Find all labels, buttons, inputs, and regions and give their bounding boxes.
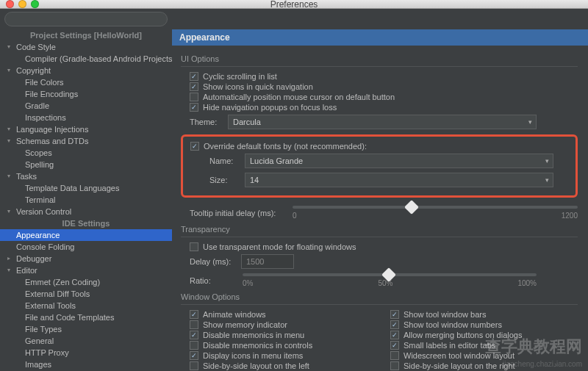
sidebar-item[interactable]: Language Injections [0,123,172,135]
sidebar-item[interactable]: Copyright [0,65,172,76]
project-settings-header: Project Settings [HelloWorld] [0,29,172,41]
content-title: Appearance [172,29,588,46]
font-size-combo[interactable]: 14 [245,173,553,187]
window-option-checkbox[interactable]: Animate windows [190,309,377,320]
sidebar-item[interactable]: Images [0,359,172,370]
ratio-label: Ratio: [190,276,235,285]
sidebar-item[interactable]: Scopes [0,147,172,159]
transparency-title: Transparency [181,222,578,235]
sidebar-item[interactable]: Schemas and DTDs [0,135,172,147]
sidebar-item[interactable]: Console Folding [0,241,172,253]
delay-label: Delay (ms): [190,257,235,266]
sidebar-item[interactable]: Compiler (Gradle-based Android Projects) [0,53,172,65]
window-option-checkbox[interactable]: Show memory indicator [190,320,377,330]
show-icons-nav-checkbox[interactable]: Show icons in quick navigation [181,82,578,92]
appearance-panel: UI Options Cyclic scrolling in list Show… [172,46,588,371]
tooltip-delay-slider[interactable] [293,206,578,209]
sidebar-item[interactable]: Gradle [0,100,172,112]
cyclic-scrolling-checkbox[interactable]: Cyclic scrolling in list [181,71,578,82]
sidebar-item[interactable]: Tasks [0,170,172,182]
sidebar-item[interactable]: Template Data Languages [0,182,172,194]
sidebar-item[interactable]: Editor [0,264,172,276]
window-title: Preferences [0,0,588,10]
sidebar-item[interactable]: Inspections [0,112,172,123]
window-option-checkbox[interactable]: Show tool window bars [390,309,578,320]
preferences-window: Preferences Project Settings [HelloWorld… [0,0,588,371]
hide-popups-checkbox[interactable]: Hide navigation popups on focus loss [181,102,578,112]
sidebar-item[interactable]: General [0,335,172,347]
sidebar-item[interactable]: File Types [0,323,172,335]
delay-input[interactable] [241,254,294,269]
ratio-slider[interactable] [243,273,537,276]
sidebar-item[interactable]: File and Code Templates [0,311,172,323]
theme-combo[interactable]: Darcula [228,115,537,129]
window-options-title: Window Options [181,289,578,303]
sidebar-item[interactable]: External Tools [0,300,172,311]
sidebar-item[interactable]: Debugger [0,253,172,264]
font-size-label: Size: [209,176,239,184]
theme-label: Theme: [190,118,222,126]
window-option-checkbox[interactable]: Disable mnemonics in controls [190,340,377,350]
window-option-checkbox[interactable]: Disable mnemonics in menu [190,330,377,340]
sidebar-item[interactable]: External Diff Tools [0,288,172,300]
search-input[interactable] [4,12,168,26]
window-option-checkbox[interactable]: Show tool window numbers [390,320,578,330]
override-fonts-checkbox[interactable]: Override default fonts by (not recommend… [190,141,568,151]
ide-settings-header: IDE Settings [0,217,172,229]
watermark-sub: jiaocheng.chaziدian.com [503,360,582,368]
auto-mouse-checkbox[interactable]: Automatically position mouse cursor on d… [181,92,578,102]
sidebar-item[interactable]: HTTP Proxy [0,347,172,359]
sidebar-item[interactable]: Code Style [0,41,172,53]
titlebar: Preferences [0,0,588,9]
sidebar-item[interactable]: Emmet (Zen Coding) [0,276,172,288]
font-name-combo[interactable]: Lucida Grande [245,154,553,168]
window-option-checkbox[interactable]: Allow merging buttons on dialogs [390,330,578,340]
sidebar-item[interactable]: Version Control [0,206,172,217]
sidebar-item[interactable]: File Colors [0,76,172,88]
sidebar-item[interactable]: Terminal [0,194,172,206]
override-fonts-group: Override default fonts by (not recommend… [181,134,578,198]
tooltip-delay-label: Tooltip initial delay (ms): [190,209,285,217]
transparent-mode-checkbox[interactable]: Use transparent mode for floating window… [181,242,578,252]
ui-options-title: UI Options [181,51,578,65]
sidebar-item[interactable]: Spelling [0,159,172,170]
sidebar-item[interactable]: File Encodings [0,88,172,100]
sidebar-item[interactable]: Appearance [0,229,172,241]
window-option-checkbox[interactable]: Widescreen tool window layout [390,350,578,361]
settings-tree[interactable]: Project Settings [HelloWorld] Code Style… [0,29,172,371]
window-option-checkbox[interactable]: Side-by-side layout on the left [190,361,377,371]
font-name-label: Name: [209,156,239,165]
window-option-checkbox[interactable]: Display icons in menu items [190,350,377,361]
window-option-checkbox[interactable]: Small labels in editor tabs [390,340,578,350]
